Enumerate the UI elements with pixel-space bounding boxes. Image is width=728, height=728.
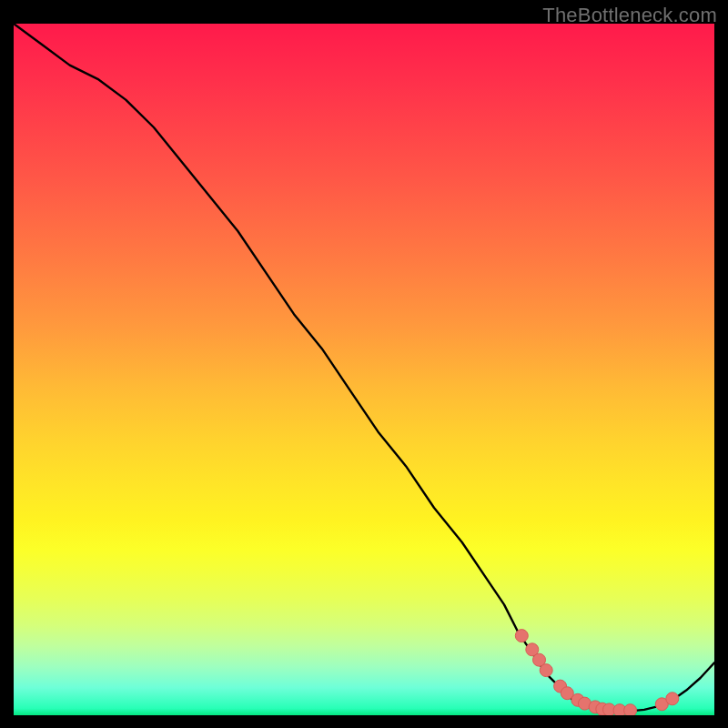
- chart-frame: TheBottleneck.com: [0, 0, 728, 728]
- marker-group: [515, 630, 679, 715]
- marker-point: [540, 664, 552, 677]
- chart-svg: [14, 24, 714, 715]
- marker-point: [666, 693, 679, 705]
- marker-point: [624, 704, 637, 715]
- plot-area: [14, 24, 714, 715]
- marker-point: [515, 630, 528, 642]
- bottleneck-curve-path: [14, 24, 714, 711]
